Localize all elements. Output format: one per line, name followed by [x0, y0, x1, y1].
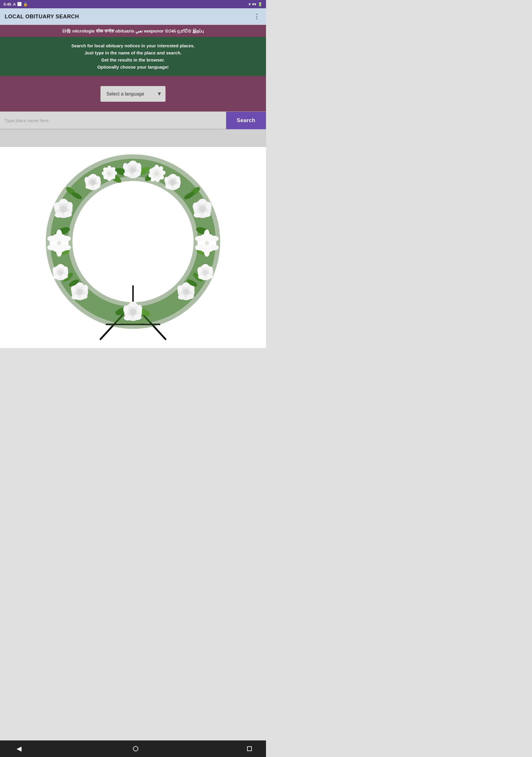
status-icon-a: A	[13, 2, 16, 7]
svg-point-52	[193, 202, 198, 210]
svg-point-118	[112, 176, 115, 179]
svg-point-119	[107, 177, 111, 181]
search-bar: Search	[0, 111, 266, 129]
svg-point-26	[133, 172, 141, 176]
svg-point-66	[195, 245, 206, 251]
svg-point-145	[53, 275, 60, 279]
svg-point-135	[209, 266, 213, 273]
svg-point-28	[123, 163, 128, 170]
description-section: Search for local obituary notices in you…	[0, 37, 266, 76]
svg-point-68	[204, 241, 209, 245]
svg-point-32	[170, 174, 176, 178]
spacer-gray	[0, 129, 266, 147]
svg-point-41	[96, 176, 101, 183]
status-icon-p: 🅿	[17, 2, 21, 7]
svg-point-92	[177, 285, 182, 292]
svg-point-100	[123, 305, 129, 313]
wifi-icon-2: ▾▾	[252, 2, 256, 7]
svg-point-63	[208, 236, 219, 242]
svg-point-96	[129, 302, 137, 307]
svg-point-75	[47, 236, 58, 242]
status-bar: 5:45 A 🅿 🔒 ▾ ▾▾ 🔋	[0, 0, 266, 8]
svg-point-107	[160, 175, 164, 179]
svg-point-67	[195, 236, 206, 242]
svg-point-27	[124, 172, 131, 176]
svg-point-110	[148, 173, 153, 177]
svg-point-142	[57, 264, 64, 268]
svg-point-79	[77, 289, 83, 295]
svg-point-109	[151, 177, 155, 182]
svg-point-50	[203, 212, 211, 217]
svg-point-36	[164, 177, 168, 183]
language-section: Select a language English Spanish French…	[0, 76, 266, 111]
description-line2: Just type in the name of the place and s…	[84, 50, 182, 55]
svg-point-141	[58, 270, 63, 275]
language-select[interactable]: Select a language English Spanish French…	[101, 86, 165, 102]
svg-point-98	[134, 315, 142, 320]
svg-point-90	[187, 294, 194, 299]
svg-point-84	[71, 285, 76, 292]
svg-point-43	[85, 185, 92, 189]
svg-point-81	[83, 285, 88, 292]
svg-point-137	[198, 275, 204, 279]
wifi-icon: ▾	[249, 2, 251, 7]
svg-point-136	[206, 274, 213, 279]
svg-point-44	[84, 177, 89, 183]
svg-point-83	[72, 295, 79, 300]
svg-point-116	[112, 167, 115, 170]
svg-point-122	[103, 167, 107, 171]
svg-point-134	[202, 264, 209, 268]
svg-point-76	[57, 241, 62, 245]
status-time: 5:45	[4, 2, 11, 7]
app-bar: LOCAL OBITUARY SEARCH ⋮	[0, 8, 266, 25]
svg-point-95	[130, 309, 136, 315]
place-search-input[interactable]	[0, 112, 226, 129]
ticker-text: 讣告 nécrologie शोक सन्देश obituario نعي н…	[62, 28, 204, 33]
svg-point-33	[176, 176, 180, 183]
svg-point-57	[67, 202, 73, 210]
svg-point-108	[156, 178, 160, 182]
description-line3: Get the results in the browser.	[101, 57, 164, 62]
svg-point-48	[199, 199, 206, 204]
svg-point-99	[124, 315, 132, 320]
svg-point-42	[94, 184, 100, 188]
svg-point-106	[162, 170, 165, 175]
status-left: 5:45 A 🅿 🔒	[4, 2, 28, 7]
svg-point-40	[90, 174, 96, 178]
svg-point-114	[107, 172, 111, 175]
svg-point-23	[130, 167, 136, 173]
description-line4: Optionally choose your language!	[97, 65, 169, 70]
more-options-icon[interactable]: ⋮	[252, 12, 261, 21]
description-line1: Search for local obituary notices in you…	[71, 43, 195, 48]
svg-point-34	[173, 184, 180, 188]
svg-point-143	[64, 266, 68, 273]
svg-point-31	[170, 180, 176, 185]
wreath-svg	[12, 150, 254, 345]
app-title: LOCAL OBITUARY SEARCH	[5, 14, 79, 20]
search-button[interactable]: Search	[226, 112, 266, 129]
svg-point-120	[103, 176, 107, 179]
svg-point-87	[183, 289, 189, 295]
svg-point-133	[203, 270, 208, 275]
language-dropdown-wrapper: Select a language English Spanish French…	[101, 86, 165, 102]
svg-point-25	[136, 163, 141, 170]
svg-point-82	[80, 294, 87, 299]
svg-point-138	[197, 267, 202, 274]
svg-point-146	[53, 267, 57, 274]
battery-icon: 🔋	[258, 2, 262, 7]
svg-point-51	[193, 212, 201, 218]
svg-point-121	[102, 171, 105, 175]
svg-point-47	[199, 206, 206, 212]
svg-point-144	[62, 274, 68, 279]
status-right: ▾ ▾▾ 🔋	[249, 2, 262, 7]
ticker-banner: 讣告 nécrologie शोक सन्देश obituario نعي н…	[0, 25, 266, 37]
svg-point-111	[149, 168, 153, 173]
svg-point-74	[47, 245, 58, 251]
status-icon-lock: 🔒	[23, 2, 28, 7]
svg-point-91	[178, 295, 185, 300]
svg-point-115	[107, 166, 111, 169]
svg-point-105	[159, 166, 163, 170]
svg-point-117	[113, 171, 117, 175]
svg-point-59	[55, 212, 62, 218]
svg-point-35	[165, 185, 172, 189]
